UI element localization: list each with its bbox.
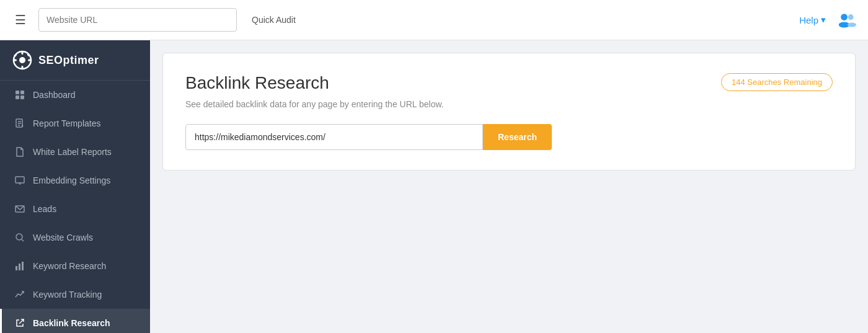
svg-rect-6 <box>22 51 24 55</box>
svg-point-0 <box>841 14 848 20</box>
svg-line-25 <box>22 239 24 241</box>
svg-rect-15 <box>20 95 24 99</box>
sidebar-item-white-label-reports-label: White Label Reports <box>33 147 112 157</box>
hamburger-icon[interactable]: ☰ <box>10 10 31 30</box>
bar-chart-icon <box>14 260 25 272</box>
svg-point-2 <box>848 14 854 20</box>
svg-rect-14 <box>16 95 19 99</box>
sidebar-item-website-crawls[interactable]: Website Crawls <box>0 223 150 252</box>
sidebar-item-keyword-research[interactable]: Keyword Research <box>0 252 150 280</box>
sidebar-item-embedding-settings-label: Embedding Settings <box>33 175 110 185</box>
research-button[interactable]: Research <box>483 124 552 150</box>
svg-rect-12 <box>16 91 19 94</box>
sidebar-item-keyword-tracking[interactable]: Keyword Tracking <box>0 280 150 309</box>
svg-point-24 <box>16 234 22 240</box>
website-url-input[interactable] <box>38 8 237 32</box>
svg-rect-28 <box>22 262 24 270</box>
help-chevron-icon: ▾ <box>821 14 826 25</box>
logo-text: SEOptimer <box>38 54 99 67</box>
svg-rect-27 <box>19 264 20 270</box>
sidebar-item-leads-label: Leads <box>33 204 56 214</box>
logo-icon <box>12 50 32 70</box>
sidebar-item-leads[interactable]: Leads <box>0 195 150 223</box>
trending-icon <box>14 289 25 300</box>
svg-rect-9 <box>28 60 31 61</box>
sidebar-item-backlink-research[interactable]: Backlink Research <box>0 309 150 333</box>
research-input-row: Research <box>185 124 833 150</box>
header-left: ☰ Quick Audit <box>10 8 303 32</box>
svg-rect-26 <box>16 266 17 270</box>
sidebar-item-report-templates[interactable]: Report Templates <box>0 109 150 138</box>
user-avatar[interactable] <box>836 9 858 31</box>
user-group-icon <box>837 11 857 29</box>
research-url-input[interactable] <box>185 124 483 150</box>
backlink-research-card: Backlink Research See detailed backlink … <box>162 53 856 171</box>
sidebar-item-dashboard-label: Dashboard <box>33 90 76 100</box>
sidebar-item-website-crawls-label: Website Crawls <box>33 233 93 242</box>
sidebar-item-embedding-settings[interactable]: Embedding Settings <box>0 166 150 195</box>
sidebar-item-white-label-reports[interactable]: White Label Reports <box>0 138 150 166</box>
search-circle-icon <box>14 232 25 243</box>
layout: SEOptimer Dashboard <box>0 40 868 333</box>
header: ☰ Quick Audit Help ▾ <box>0 0 868 40</box>
sidebar: SEOptimer Dashboard <box>0 40 150 333</box>
header-right: Help ▾ <box>799 9 858 31</box>
svg-point-5 <box>19 57 25 63</box>
svg-rect-20 <box>16 177 24 183</box>
main-content: Backlink Research See detailed backlink … <box>150 40 868 333</box>
sidebar-item-dashboard[interactable]: Dashboard <box>0 81 150 109</box>
svg-line-29 <box>19 319 24 324</box>
monitor-icon <box>14 175 25 186</box>
svg-rect-13 <box>20 91 24 94</box>
external-link-icon <box>14 317 25 329</box>
grid-icon <box>14 89 25 100</box>
help-label: Help <box>799 15 818 25</box>
quick-audit-button[interactable]: Quick Audit <box>244 10 303 30</box>
sidebar-item-keyword-research-label: Keyword Research <box>33 261 106 271</box>
svg-point-3 <box>848 22 856 27</box>
logo-area: SEOptimer <box>0 40 150 81</box>
file-icon <box>14 146 25 158</box>
svg-rect-7 <box>22 66 24 69</box>
help-button[interactable]: Help ▾ <box>799 14 826 25</box>
page-subtitle: See detailed backlink data for any page … <box>185 99 833 109</box>
searches-remaining-badge: 144 Searches Remaining <box>721 73 833 91</box>
sidebar-item-backlink-research-label: Backlink Research <box>33 318 110 328</box>
svg-rect-8 <box>14 60 17 61</box>
sidebar-item-keyword-tracking-label: Keyword Tracking <box>33 290 102 300</box>
sidebar-item-report-templates-label: Report Templates <box>33 118 100 128</box>
mail-icon <box>14 203 25 215</box>
file-edit-icon <box>14 118 25 129</box>
